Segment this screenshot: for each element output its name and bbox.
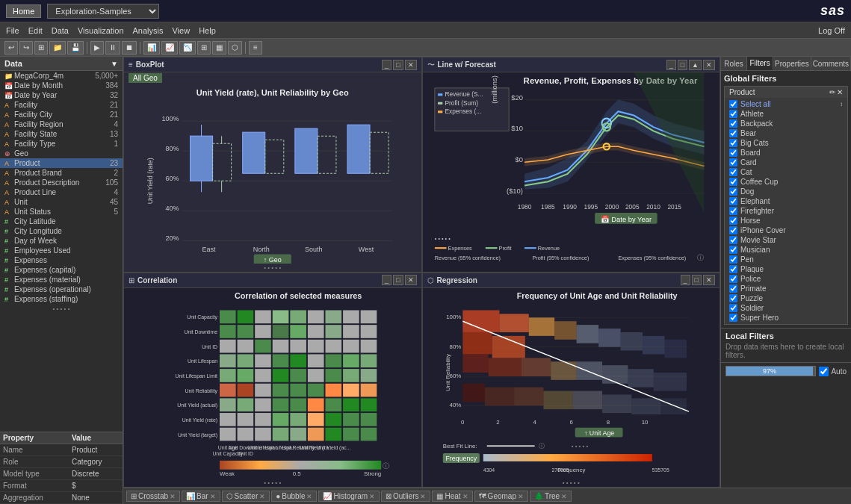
data-item-exp-staff[interactable]: #Expenses (staffing) — [0, 294, 123, 304]
checkbox-firefighter-input[interactable] — [729, 207, 737, 215]
tree-close[interactable]: ✕ — [561, 493, 567, 500]
checkbox-elephant-input[interactable] — [729, 197, 737, 205]
outliers-close[interactable]: ✕ — [420, 493, 426, 500]
bottom-tab-heat[interactable]: ▦ Heat ✕ — [432, 491, 472, 502]
boxplot-close-btn[interactable]: ✕ — [405, 60, 417, 70]
checkbox-primate[interactable]: Primate — [728, 284, 844, 293]
reg-max-btn[interactable]: □ — [692, 275, 702, 285]
checkbox-movie-star-input[interactable] — [729, 236, 737, 244]
data-item-unit-status[interactable]: AUnit Status 5 — [0, 207, 123, 217]
data-list[interactable]: 📁 MegaCorp_4m 5,000+ 📅Date by Month 384 … — [0, 71, 123, 432]
bottom-tab-bubble[interactable]: ● Bubble ✕ — [271, 491, 317, 502]
data-item-exp-op[interactable]: #Expenses (operational) — [0, 284, 123, 294]
data-item-date-month[interactable]: 📅Date by Month 384 — [0, 81, 123, 90]
geomap-close[interactable]: ✕ — [518, 493, 524, 500]
checkbox-super-hero[interactable]: Super Hero — [728, 313, 844, 323]
data-item-unit[interactable]: AUnit 45 — [0, 197, 123, 207]
checkbox-backpack[interactable]: Backpack — [728, 119, 844, 128]
tab-filters[interactable]: Filters — [747, 57, 773, 70]
checkbox-pen[interactable]: Pen — [728, 255, 844, 264]
app-selector[interactable]: Exploration-Samples — [47, 4, 159, 19]
bottom-tab-outliers[interactable]: ⊠ Outliers ✕ — [381, 491, 430, 502]
checkbox-cat-input[interactable] — [729, 168, 737, 176]
checkbox-cat[interactable]: Cat — [728, 167, 844, 177]
checkbox-police[interactable]: Police — [728, 274, 844, 284]
boxplot-max-btn[interactable]: □ — [393, 60, 403, 70]
data-item-emp[interactable]: #Employees Used — [0, 246, 123, 255]
checkbox-super-hero-input[interactable] — [729, 314, 737, 322]
data-item-product-brand[interactable]: AProduct Brand 2 — [0, 168, 123, 178]
reg-close-btn[interactable]: ✕ — [703, 275, 715, 285]
data-item-geo[interactable]: ⊕Geo — [0, 149, 123, 158]
data-item-dow[interactable]: #Day of Week — [0, 236, 123, 246]
tb-btn-15[interactable]: ≡ — [249, 41, 262, 55]
tb-btn-5[interactable]: 💾 — [67, 41, 84, 55]
data-item-facility[interactable]: AFacility 21 — [0, 100, 123, 110]
tb-btn-6[interactable]: ▶ — [90, 41, 104, 55]
tab-comments[interactable]: Comments — [811, 57, 851, 70]
tb-btn-3[interactable]: ⊞ — [34, 41, 48, 55]
menu-edit[interactable]: Edit — [28, 26, 43, 35]
checkbox-card[interactable]: Card — [728, 158, 844, 167]
bottom-tab-geomap[interactable]: 🗺 Geomap ✕ — [474, 491, 528, 502]
scatter-close[interactable]: ✕ — [259, 493, 265, 500]
menu-help[interactable]: Help — [199, 26, 216, 35]
checkbox-plaque[interactable]: Plaque — [728, 264, 844, 274]
bottom-tab-scatter[interactable]: ⬡ Scatter ✕ — [222, 491, 270, 502]
reg-min-btn[interactable]: _ — [681, 275, 690, 285]
checkbox-big-cats-input[interactable] — [729, 139, 737, 147]
menu-visualization[interactable]: Visualization — [78, 26, 124, 35]
checkbox-soldier[interactable]: Soldier — [728, 303, 844, 313]
line-restore-btn[interactable]: □ — [678, 60, 687, 70]
checkbox-board-input[interactable] — [729, 149, 737, 157]
tb-btn-4[interactable]: 📁 — [49, 41, 66, 55]
auto-checkbox[interactable] — [819, 367, 829, 376]
tb-btn-14[interactable]: ⬡ — [228, 41, 242, 55]
checkbox-horse-input[interactable] — [729, 217, 737, 225]
checkbox-musician-input[interactable] — [729, 246, 737, 254]
checkbox-dog[interactable]: Dog — [728, 187, 844, 196]
tb-btn-2[interactable]: ↪ — [19, 41, 33, 55]
bubble-close[interactable]: ✕ — [306, 493, 312, 500]
checkbox-puzzle-input[interactable] — [729, 294, 737, 302]
filter-edit-icon[interactable]: ✏ — [829, 88, 835, 96]
checkbox-musician[interactable]: Musician — [728, 245, 844, 255]
checkbox-elephant[interactable]: Elephant — [728, 196, 844, 206]
product-checkbox-list[interactable]: Select all ↕ Athlete Backpack — [725, 98, 847, 324]
checkbox-primate-input[interactable] — [729, 284, 737, 293]
tb-btn-9[interactable]: 📊 — [143, 41, 160, 55]
geo-filter-tag[interactable]: All Geo — [129, 73, 162, 83]
checkbox-coffee-cup-input[interactable] — [729, 178, 737, 186]
checkbox-firefighter[interactable]: Firefighter — [728, 206, 844, 216]
corr-close-btn[interactable]: ✕ — [405, 275, 417, 285]
bar-close[interactable]: ✕ — [210, 493, 216, 500]
histogram-close[interactable]: ✕ — [369, 493, 375, 500]
checkbox-athlete[interactable]: Athlete — [728, 109, 844, 119]
checkbox-select-all[interactable]: Select all ↕ — [728, 99, 844, 109]
checkbox-backpack-input[interactable] — [729, 119, 737, 128]
heat-close[interactable]: ✕ — [462, 493, 468, 500]
menu-view[interactable]: View — [172, 26, 190, 35]
boxplot-min-btn[interactable]: _ — [382, 60, 392, 70]
menu-data[interactable]: Data — [52, 26, 69, 35]
checkbox-bear[interactable]: Bear — [728, 128, 844, 138]
crosstab-close[interactable]: ✕ — [170, 493, 176, 500]
data-item-facility-state[interactable]: AFacility State 13 — [0, 129, 123, 139]
checkbox-bear-input[interactable] — [729, 129, 737, 137]
tb-btn-7[interactable]: ⏸ — [105, 41, 120, 55]
bottom-tab-bar[interactable]: 📊 Bar ✕ — [182, 491, 220, 502]
checkbox-puzzle[interactable]: Puzzle — [728, 293, 844, 303]
corr-max-btn[interactable]: □ — [393, 275, 403, 285]
checkbox-select-all-input[interactable] — [729, 100, 737, 108]
tab-roles[interactable]: Roles — [721, 57, 747, 70]
tb-btn-10[interactable]: 📈 — [161, 41, 178, 55]
line-max-btn[interactable]: ▲ — [689, 60, 702, 70]
tab-properties[interactable]: Properties — [773, 57, 811, 70]
checkbox-pen-input[interactable] — [729, 255, 737, 264]
checkbox-coffee-cup[interactable]: Coffee Cup — [728, 177, 844, 187]
data-item-product[interactable]: AProduct 23 — [0, 158, 123, 168]
line-close-btn[interactable]: ✕ — [703, 60, 715, 70]
tb-btn-13[interactable]: ▦ — [212, 41, 226, 55]
data-item-city-lat[interactable]: #City Latitude — [0, 217, 123, 226]
checkbox-big-cats[interactable]: Big Cats — [728, 138, 844, 148]
